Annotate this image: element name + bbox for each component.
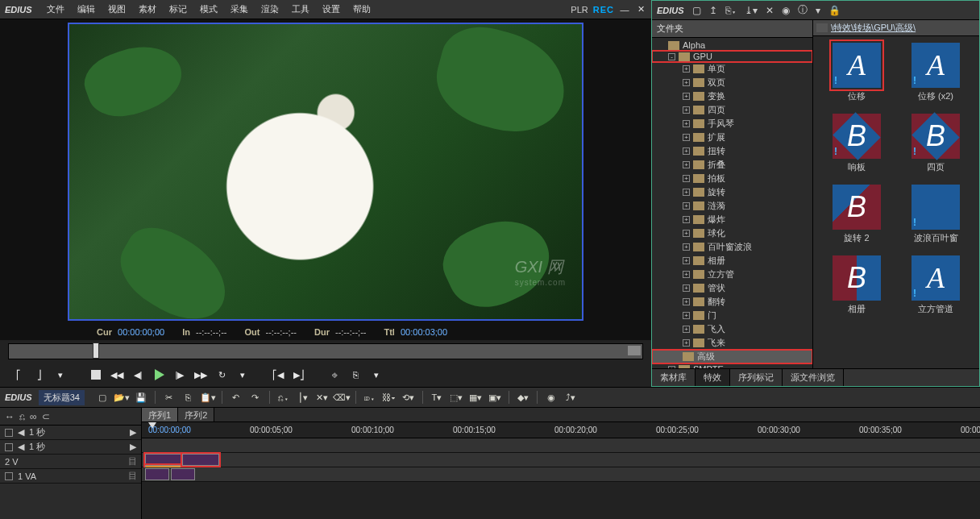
next-frame-button[interactable]: |▶ [172,367,187,382]
dropdown-icon[interactable]: ▾ [369,367,384,382]
video-toggle[interactable] [5,429,13,437]
track-head-1va[interactable]: 1 VA目 [0,469,141,484]
tab-source-browser[interactable]: 源文件浏览 [783,369,844,386]
tree-item-0[interactable]: +单页 [652,62,812,76]
tree-item-16[interactable]: +管状 [652,281,812,295]
menu-mode[interactable]: 模式 [197,2,221,17]
fx-dropdown-icon[interactable]: ▾ [816,5,820,16]
tree-item-13[interactable]: +百叶窗波浪 [652,240,812,254]
view-icon[interactable]: ◉ [782,5,790,16]
effect-thumb-5[interactable]: !波浪百叶窗 [899,185,973,244]
menu-settings[interactable]: 设置 [319,2,343,17]
play-button[interactable] [152,367,166,382]
zoom-next-icon[interactable]: ▶ [130,427,136,438]
group-icon[interactable]: ⎄▾ [362,390,378,405]
save-icon[interactable]: 💾 [133,390,149,405]
fx-tree-scroll[interactable]: Alpha -GPU +单页+双页+变换+四页+手风琴+扩展+扭转+折叠+拍板+… [652,38,812,368]
tree-item-20[interactable]: +飞来 [652,336,812,350]
tree-item-10[interactable]: +涟漪 [652,199,812,213]
insert-icon[interactable]: ⬚▾ [448,390,464,405]
effect-thumb-0[interactable]: !A位移 [820,43,894,102]
rewind-button[interactable]: ◀◀ [110,367,124,382]
marker-icon[interactable]: ◆▾ [515,390,531,405]
tab-seq-markers[interactable]: 序列标记 [730,369,783,386]
export-icon[interactable]: ⤴▾ [563,390,579,405]
timecode-out[interactable]: --:--:--;-- [265,327,296,337]
clip-2[interactable] [182,454,219,466]
lock-icon[interactable]: 🔒 [828,5,841,16]
trim-icon[interactable]: ✕▾ [314,390,330,405]
render-icon[interactable]: ▣▾ [487,390,503,405]
tree-item-2[interactable]: +变换 [652,89,812,103]
effect-thumb-2[interactable]: !B响板 [820,114,894,173]
menu-clip[interactable]: 素材 [135,2,160,17]
dropdown-icon[interactable]: ▾ [235,367,250,382]
tool-c-icon[interactable]: ∞ [30,411,37,422]
new-folder-icon[interactable]: ▢ [692,5,701,16]
clip-3[interactable] [145,468,169,480]
color-wheel-icon[interactable]: ◉ [543,390,559,405]
redo-icon[interactable]: ↷ [247,390,264,405]
fx-breadcrumb[interactable]: \特效\转场\GPU\高级\ [813,20,979,36]
sync-icon[interactable]: ⟲▾ [401,390,417,405]
track-lane-2v[interactable] [142,453,980,467]
fx-thumbnails[interactable]: !A位移!A位移 (x2)!B响板!B四页!B旋转 2!波浪百叶窗!B相册!A立… [813,36,979,368]
tree-item-17[interactable]: +翻转 [652,295,812,309]
snap-icon[interactable]: ⊂ [42,411,50,422]
overwrite-icon[interactable]: ▦▾ [467,390,484,405]
effect-thumb-3[interactable]: !B四页 [899,114,973,173]
effect-thumb-1[interactable]: !A位移 (x2) [899,43,973,102]
tab-effects[interactable]: 特效 [696,369,730,386]
tree-item-4[interactable]: +手风琴 [652,117,812,131]
copy-icon[interactable]: ⎘ [181,390,197,405]
set-out-icon[interactable]: ⎦ [32,367,47,382]
tree-item-gpu[interactable]: -GPU [652,51,812,62]
tree-item-5[interactable]: +扩展 [652,131,812,144]
tool-a-icon[interactable]: ↔ [5,411,15,422]
effect-thumb-7[interactable]: !A立方管道 [899,255,973,315]
ripple-icon[interactable]: ⎌▾ [276,390,292,405]
audio-toggle[interactable] [5,443,13,451]
timeline-ruler[interactable]: 00:00:00;0000:00:05;0000:00:10;0000:00:1… [142,422,980,438]
import-icon[interactable]: ⤓▾ [745,5,758,16]
cut-icon[interactable]: ✂ [161,390,177,405]
menu-tools[interactable]: 工具 [289,2,313,17]
tree-item-alpha[interactable]: Alpha [652,39,812,51]
menu-marker[interactable]: 标记 [166,2,190,17]
tree-item-6[interactable]: +扭转 [652,144,812,158]
tree-item-advanced[interactable]: 高级 [652,350,812,363]
menu-capture[interactable]: 采集 [227,2,251,17]
track-zoom[interactable]: ◀ 1 秒 ▶ [0,426,141,440]
tree-item-8[interactable]: +拍板 [652,172,812,185]
open-icon[interactable]: 📂▾ [114,390,130,405]
menu-help[interactable]: 帮助 [350,2,374,17]
overwrite-button[interactable]: ⎘ [348,367,363,382]
track-head-2v[interactable]: 2 V目 [0,455,141,469]
fast-forward-button[interactable]: ▶▶ [193,367,208,382]
timecode-in[interactable]: --:--:--;-- [196,327,226,337]
preview-viewer[interactable]: GXI 网 system.com [0,19,651,324]
copy-icon[interactable]: ⎘▾ [725,5,737,16]
effect-thumb-4[interactable]: !B旋转 2 [820,185,894,244]
timecode-ttl[interactable]: 00:00:03;00 [401,327,447,337]
paste-icon[interactable]: 📋▾ [200,390,216,405]
undo-icon[interactable]: ↶ [228,390,244,405]
tree-item-18[interactable]: +门 [652,309,812,322]
insert-button[interactable]: ⎆ [327,367,342,382]
delete-icon[interactable]: ✕ [766,5,774,16]
tree-item-15[interactable]: +立方管 [652,268,812,281]
tree-item-14[interactable]: +相册 [652,254,812,268]
tab-library[interactable]: 素材库 [652,369,696,386]
tool-b-icon[interactable]: ⎌ [19,411,25,422]
minimize-button[interactable]: — [619,4,630,15]
project-title[interactable]: 无标题34 [39,390,85,405]
clip-4[interactable] [171,468,195,480]
track-lane-1va[interactable] [142,467,980,482]
timecode-dur[interactable]: --:--:--;-- [335,327,366,337]
timecode-cur[interactable]: 00:00:00;00 [118,327,164,337]
split-icon[interactable]: ⎮▾ [295,390,311,405]
delete-icon[interactable]: ⌫▾ [334,390,350,405]
tree-item-12[interactable]: +球化 [652,226,812,240]
new-sequence-icon[interactable]: ▢ [94,390,110,405]
loop-button[interactable]: ↻ [214,367,229,382]
